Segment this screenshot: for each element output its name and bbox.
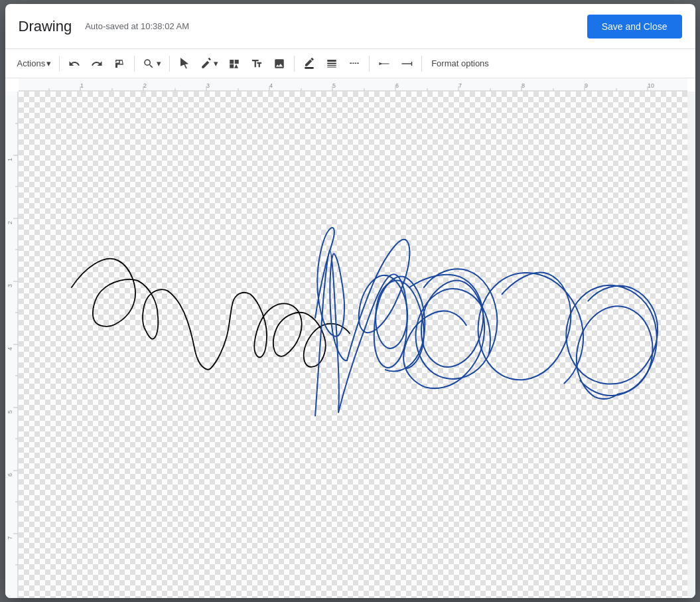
line-style-thin-button[interactable]	[374, 53, 395, 74]
svg-text:3: 3	[206, 82, 210, 89]
svg-text:2: 2	[7, 221, 13, 224]
shape-tool-button[interactable]	[224, 53, 245, 74]
image-icon	[273, 58, 285, 70]
ruler-top-svg: 1 2 3 4 5 6 7 8 9 10	[19, 78, 687, 91]
toolbar-divider-4	[294, 56, 295, 72]
format-options-button[interactable]: Format options	[426, 53, 494, 74]
ruler-left-svg: 1 2 3 4 5 6 7	[5, 92, 18, 598]
toolbar-divider-3	[169, 56, 170, 72]
line-weight-icon	[326, 58, 338, 70]
ruler-top: 1 2 3 4 5 6 7 8 9 10	[19, 78, 687, 92]
svg-marker-2	[380, 62, 383, 65]
line-dash-icon	[348, 58, 360, 70]
textbox-tool-button[interactable]	[246, 53, 267, 74]
pen-tool-button[interactable]: ▾	[196, 53, 222, 74]
paint-format-button[interactable]	[109, 53, 130, 74]
svg-text:5: 5	[7, 410, 13, 414]
toolbar-divider-6	[421, 56, 422, 72]
svg-rect-0	[305, 67, 314, 68]
svg-text:6: 6	[395, 82, 399, 89]
svg-text:10: 10	[648, 82, 654, 89]
svg-text:9: 9	[585, 82, 588, 89]
undo-icon	[68, 58, 80, 70]
svg-text:2: 2	[143, 82, 147, 89]
drawing-toolbar: Actions ▾ ▾ ▾	[5, 49, 695, 78]
zoom-button[interactable]: ▾	[139, 53, 165, 74]
svg-text:5: 5	[332, 82, 336, 89]
image-tool-button[interactable]	[269, 53, 290, 74]
scribble-icon	[200, 58, 212, 70]
undo-button[interactable]	[64, 53, 85, 74]
save-close-button[interactable]: Save and Close	[587, 15, 682, 38]
autosave-text: Auto-saved at 10:38:02 AM	[85, 21, 587, 31]
textbox-icon	[251, 58, 263, 70]
toolbar-divider-5	[369, 56, 370, 72]
svg-text:4: 4	[269, 82, 273, 89]
dialog-header: Drawing Auto-saved at 10:38:02 AM Save a…	[5, 4, 695, 49]
svg-text:4: 4	[7, 347, 13, 350]
line-dash-button[interactable]	[344, 53, 365, 74]
signature-drawing	[19, 92, 687, 598]
paint-format-icon	[113, 58, 125, 70]
line-style-thick-icon	[401, 58, 413, 70]
dialog-title: Drawing	[19, 18, 72, 35]
redo-icon	[91, 58, 103, 70]
svg-text:8: 8	[522, 82, 525, 89]
line-weight-button[interactable]	[321, 53, 342, 74]
ruler-left: 1 2 3 4 5 6 7	[5, 92, 19, 598]
redo-button[interactable]	[86, 53, 107, 74]
pen-dropdown-icon: ▾	[214, 58, 218, 68]
toolbar-divider-2	[134, 56, 135, 72]
line-color-button[interactable]	[299, 53, 320, 74]
svg-text:7: 7	[7, 536, 13, 540]
actions-dropdown-icon: ▾	[46, 58, 51, 68]
actions-menu-button[interactable]: Actions ▾	[13, 53, 56, 74]
select-icon	[178, 58, 190, 70]
svg-text:1: 1	[7, 158, 13, 161]
svg-text:1: 1	[80, 82, 84, 89]
zoom-icon	[143, 58, 155, 70]
toolbar-divider-1	[59, 56, 60, 72]
vertical-scrollbar[interactable]	[687, 92, 695, 598]
svg-text:3: 3	[7, 284, 13, 287]
line-style-thick-button[interactable]	[396, 53, 417, 74]
canvas-area: 1 2 3 4 5 6 7 8 9 10	[5, 78, 695, 598]
drawing-dialog: Drawing Auto-saved at 10:38:02 AM Save a…	[5, 4, 695, 598]
actions-label: Actions	[17, 58, 46, 68]
line-style-thin-icon	[378, 58, 390, 70]
shapes-icon	[228, 58, 240, 70]
line-color-icon	[303, 58, 315, 70]
drawing-canvas[interactable]	[19, 92, 687, 598]
select-tool-button[interactable]	[174, 53, 195, 74]
svg-text:6: 6	[7, 473, 13, 477]
svg-text:7: 7	[458, 82, 462, 89]
zoom-dropdown-icon: ▾	[157, 58, 161, 68]
